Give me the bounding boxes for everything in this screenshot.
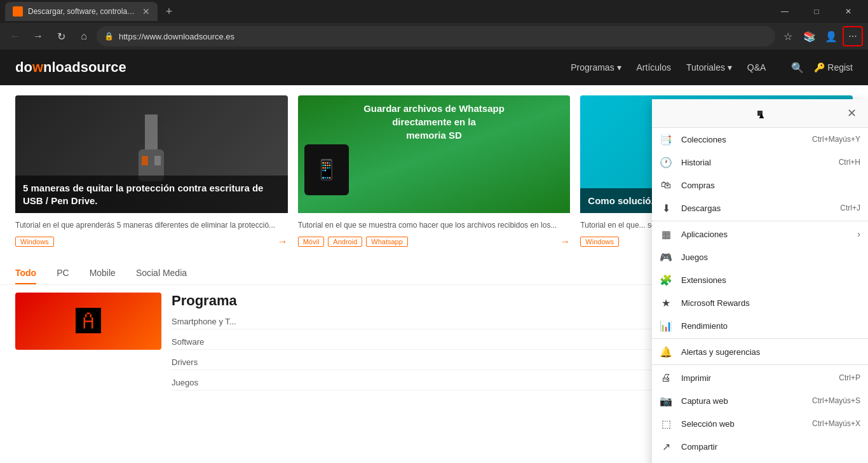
maximize-button[interactable]: □ [802, 0, 831, 23]
window-controls: — □ ✕ [770, 0, 863, 23]
menu-item-juegos[interactable]: 🎮 Juegos [652, 245, 868, 268]
menu-item-rendimiento[interactable]: 📊 Rendimiento [652, 314, 868, 337]
site-nav: Programas ▾ Artículos Tutoriales ▾ Q&A [571, 62, 766, 73]
menu-item-colecciones[interactable]: 📑 Colecciones Ctrl+Mayús+Y [652, 128, 868, 151]
nav-tutoriales[interactable]: Tutoriales ▾ [686, 62, 732, 73]
favorites-button[interactable]: ☆ [778, 26, 798, 46]
menu-label-imprimir: Imprimir [681, 373, 830, 383]
card-whatsapp-tags: Móvil Android Whatsapp → [298, 236, 571, 247]
menu-item-aplicaciones[interactable]: ▦ Aplicaciones › [652, 223, 868, 245]
card-usb[interactable]: 5 maneras de quitar la protección contra… [15, 95, 288, 250]
grid-icon: ▦ [660, 228, 672, 240]
svg-rect-2 [142, 156, 148, 165]
menu-item-imprimir[interactable]: 🖨 Imprimir Ctrl+P [652, 366, 868, 389]
menu-item-compartir[interactable]: ↗ Compartir [652, 435, 868, 458]
card-whatsapp-description: Tutorial en el que se muestra como hacer… [298, 219, 571, 231]
menu-label-rendimiento: Rendimiento [681, 321, 860, 331]
edge-dropdown-menu: ▲ ✕ 📑 Colecciones Ctrl+Mayús+Y 🕐 Histori… [652, 99, 868, 463]
menu-item-extensiones[interactable]: 🧩 Extensiones [652, 268, 868, 291]
card-usb-tags: Windows → [15, 236, 288, 247]
tag-android[interactable]: Android [328, 237, 362, 247]
refresh-button[interactable]: ↻ [51, 26, 71, 46]
menu-sep-1 [652, 221, 868, 221]
tag-movil[interactable]: Móvil [298, 237, 325, 247]
menu-item-descargas[interactable]: ⬇ Descargas Ctrl+J [652, 197, 868, 219]
browser-tab[interactable]: Descargar, software, controlador ✕ [5, 2, 158, 21]
bell-icon: 🔔 [660, 345, 672, 358]
nav-right-buttons: ☆ 📚 👤 ··· [778, 26, 863, 46]
tab-social-media[interactable]: Social Media [136, 268, 187, 284]
program-card-avast: 🅰 [15, 293, 161, 350]
menu-close-button[interactable]: ✕ [841, 103, 862, 123]
menu-item-alertas[interactable]: 🔔 Alertas y sugerencias [652, 340, 868, 363]
menu-shortcut-seleccion: Ctrl+Mayús+X [812, 419, 860, 428]
menu-sep-3 [652, 364, 868, 365]
menu-shortcut-descargas: Ctrl+J [840, 204, 860, 212]
menu-shortcut-colecciones: Ctrl+Mayús+Y [812, 135, 860, 144]
menu-item-rewards[interactable]: ★ Microsoft Rewards [652, 291, 868, 314]
back-button[interactable]: ← [5, 26, 25, 46]
navigation-bar: ← → ↻ ⌂ 🔒 https://www.downloadsource.es … [0, 23, 868, 50]
menu-label-juegos: Juegos [681, 252, 860, 262]
site-logo: downloadsource [15, 59, 126, 76]
tag-windows[interactable]: Windows [15, 237, 54, 247]
star-icon: ★ [660, 296, 672, 309]
menu-label-historial: Historial [681, 158, 830, 167]
gauge-icon: 📊 [660, 319, 672, 332]
menu-item-captura[interactable]: 📷 Captura web Ctrl+Mayús+S [652, 389, 868, 412]
close-window-button[interactable]: ✕ [834, 0, 863, 23]
logo-w: w [32, 59, 43, 75]
forward-button[interactable]: → [28, 26, 48, 46]
menu-item-buscar[interactable]: 🔍 Buscar en la página Ctrl+F [652, 458, 868, 463]
printer-icon: 🖨 [660, 371, 672, 384]
tag-whatsapp[interactable]: Whatsapp [366, 237, 408, 247]
card-whatsapp[interactable]: Guardar archivos de Whatsappdirectamente… [298, 95, 571, 250]
tab-bar: Descargar, software, controlador ✕ + — □… [0, 0, 868, 23]
lock-icon: 🔒 [104, 32, 114, 41]
tab-todo[interactable]: Todo [15, 268, 36, 284]
tab-favicon [13, 6, 23, 17]
url-text: https://www.downloadsource.es [119, 32, 768, 41]
menu-label-aplicaciones: Aplicaciones [681, 230, 846, 239]
menu-shortcut-imprimir: Ctrl+P [839, 373, 860, 382]
register-button[interactable]: 🔑 Regist [814, 62, 853, 73]
svg-rect-0 [145, 114, 158, 153]
bag-icon: 🛍 [660, 179, 672, 191]
site-header: downloadsource Programas ▾ Artículos Tut… [0, 50, 868, 85]
menu-label-extensiones: Extensiones [681, 275, 860, 285]
gamepad-icon: 🎮 [660, 251, 672, 263]
edge-menu-button[interactable]: ··· [843, 26, 863, 46]
card-usb-title: 5 maneras de quitar la protección contra… [23, 182, 280, 207]
menu-label-alertas: Alertas y sugerencias [681, 347, 860, 357]
menu-indicator: ▲ [757, 111, 763, 116]
card-whatsapp-body: Tutorial en el que se muestra como hacer… [298, 213, 571, 250]
menu-arrow-aplicaciones: › [857, 229, 860, 239]
card-usb-arrow[interactable]: → [278, 236, 288, 247]
clock-icon: 🕐 [660, 156, 672, 169]
nav-qa[interactable]: Q&A [747, 62, 766, 73]
home-button[interactable]: ⌂ [74, 26, 94, 46]
tab-mobile[interactable]: Mobile [90, 268, 116, 284]
tag-windows-wifi[interactable]: Windows [580, 237, 619, 247]
nav-actions: 🔍 🔑 Regist [791, 62, 853, 74]
tab-close-button[interactable]: ✕ [142, 6, 150, 17]
card-usb-overlay: 5 maneras de quitar la protección contra… [15, 176, 288, 213]
profile-button[interactable]: 👤 [821, 26, 841, 46]
collections-button[interactable]: 📚 [799, 26, 820, 46]
menu-item-seleccion[interactable]: ⬚ Selección web Ctrl+Mayús+X [652, 412, 868, 435]
menu-shortcut-captura: Ctrl+Mayús+S [812, 396, 860, 405]
menu-label-compartir: Compartir [681, 442, 860, 452]
address-bar[interactable]: 🔒 https://www.downloadsource.es [97, 26, 775, 46]
new-tab-button[interactable]: + [160, 3, 178, 20]
tab-pc[interactable]: PC [57, 268, 69, 284]
menu-label-colecciones: Colecciones [681, 135, 803, 144]
site-search-icon[interactable]: 🔍 [791, 62, 804, 74]
nav-programas[interactable]: Programas ▾ [571, 62, 621, 73]
minimize-button[interactable]: — [770, 0, 799, 23]
download-icon: ⬇ [660, 202, 672, 214]
card-whatsapp-arrow[interactable]: → [560, 236, 570, 247]
puzzle-icon: 🧩 [660, 273, 672, 286]
menu-item-historial[interactable]: 🕐 Historial Ctrl+H [652, 151, 868, 174]
menu-item-compras[interactable]: 🛍 Compras [652, 174, 868, 197]
nav-articulos[interactable]: Artículos [637, 62, 671, 73]
